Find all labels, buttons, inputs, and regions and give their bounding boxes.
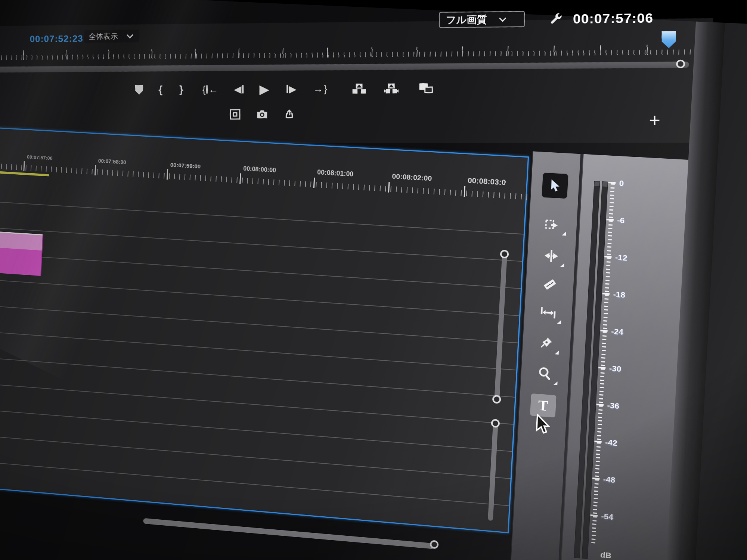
chevron-down-icon xyxy=(499,15,506,22)
tool-flyout-triangle xyxy=(560,263,564,267)
ruler-timecode-label: 00:08:01:00 xyxy=(317,168,354,178)
pen-tool-button[interactable] xyxy=(539,336,554,351)
ruler-segment: 00:07:57:00 xyxy=(23,132,96,175)
magnifier-icon xyxy=(537,365,553,381)
step-forward-button[interactable]: ▶ xyxy=(280,79,303,99)
ruler-segment: 00:08:00:00 xyxy=(239,144,315,188)
db-scale-label: -48 xyxy=(592,474,615,485)
db-scale-label: -30 xyxy=(598,363,622,374)
go-to-out-button[interactable]: → } xyxy=(309,79,332,99)
ruler-timecode-label: 00:07:57:00 xyxy=(27,154,53,161)
scrollbar-handle[interactable] xyxy=(491,419,500,428)
program-monitor-controls: 00:07:52:23 全体表示 フル画質 00:07:57:06 { } xyxy=(0,5,747,143)
db-scale-label: -24 xyxy=(600,326,623,337)
extract-button[interactable] xyxy=(380,78,403,98)
safe-margins-icon xyxy=(230,109,240,119)
ruler-segment: 00:08:02:00 xyxy=(388,152,466,197)
track-select-forward-tool-button[interactable] xyxy=(545,218,561,231)
db-scale-label: -6 xyxy=(606,215,625,225)
extract-icon xyxy=(384,83,399,95)
lift-button[interactable] xyxy=(348,79,371,99)
ruler-timecode-label: 00:08:02:00 xyxy=(392,172,432,183)
razor-icon xyxy=(542,277,558,292)
ruler-timecode-label: 00:08:00:00 xyxy=(243,165,276,174)
ripple-edit-icon xyxy=(543,249,560,263)
type-tool-button[interactable]: T xyxy=(530,393,557,418)
arrow-right-icon: → xyxy=(313,84,323,94)
zoom-level-dropdown[interactable]: 全体表示 xyxy=(84,29,139,43)
scrollbar-handle[interactable] xyxy=(492,395,501,404)
mouse-cursor-icon xyxy=(534,414,551,435)
ruler-segment: 00:07:58:00 xyxy=(94,136,168,180)
camera-icon xyxy=(256,108,268,120)
slip-icon xyxy=(540,306,557,320)
db-scale-label: -42 xyxy=(594,437,617,448)
monitor-screen: 00:07:52:23 全体表示 フル画質 00:07:57:06 { } xyxy=(0,0,747,560)
scrubber-right-knob[interactable] xyxy=(676,60,685,68)
go-to-in-button[interactable]: { ← xyxy=(199,80,221,99)
bar-icon xyxy=(242,85,244,93)
db-scale-label: -36 xyxy=(596,400,619,411)
timeline-panel[interactable]: 00:07:57:00 00:07:58:00 00:07:59:00 00:0… xyxy=(0,124,529,533)
selection-tool-button[interactable] xyxy=(541,172,569,199)
selection-arrow-icon xyxy=(547,178,563,193)
tool-flyout-triangle xyxy=(562,231,566,236)
arrow-left-icon: ← xyxy=(208,84,218,94)
step-forward-icon: ▶ xyxy=(289,84,296,94)
zoom-tool-button[interactable] xyxy=(537,365,553,381)
chevron-down-icon xyxy=(127,31,133,38)
bar-icon xyxy=(286,85,288,93)
type-tool-icon: T xyxy=(538,398,549,413)
go-to-in-icon: { xyxy=(202,85,206,94)
mark-in-button[interactable]: { xyxy=(149,80,172,99)
razor-tool-button[interactable] xyxy=(542,277,558,292)
ruler-timecode-label: 00:07:58:00 xyxy=(98,158,126,165)
bar-icon xyxy=(206,85,208,94)
step-back-icon: ◀ xyxy=(234,84,241,94)
playback-quality-dropdown[interactable]: フル画質 xyxy=(439,11,525,28)
tool-flyout-triangle xyxy=(554,381,558,385)
playback-quality-value: フル画質 xyxy=(446,13,487,27)
marker-icon xyxy=(135,85,143,95)
ruler-segment: 00:08:01:00 xyxy=(313,148,390,193)
ruler-segment: 00:07:59:00 xyxy=(167,140,242,184)
mark-in-icon: { xyxy=(158,84,162,95)
button-editor-plus-button[interactable]: + xyxy=(649,111,660,130)
tool-flyout-triangle xyxy=(555,351,559,355)
ruler-ticks xyxy=(0,160,23,170)
scrollbar-handle[interactable] xyxy=(430,540,439,549)
db-scale-label: -18 xyxy=(602,289,625,300)
comparison-view-button[interactable] xyxy=(415,78,438,98)
comparison-view-icon xyxy=(419,82,433,94)
ripple-edit-tool-button[interactable] xyxy=(543,249,560,263)
export-frame-button[interactable] xyxy=(251,105,274,124)
track-select-icon xyxy=(545,218,561,231)
mark-out-button[interactable]: } xyxy=(170,80,193,99)
play-button[interactable]: ▶ xyxy=(253,79,276,99)
db-scale-label: -54 xyxy=(590,511,613,522)
scrollbar-handle[interactable] xyxy=(500,250,509,259)
track-lanes[interactable] xyxy=(0,173,525,530)
zoom-level-value: 全体表示 xyxy=(89,31,118,41)
go-to-out-icon: } xyxy=(324,84,327,94)
tool-flyout-triangle xyxy=(557,320,561,324)
quick-export-button[interactable] xyxy=(278,105,301,124)
slip-tool-button[interactable] xyxy=(540,306,557,320)
playhead-timecode[interactable]: 00:07:52:23 xyxy=(30,33,83,44)
safe-margins-button[interactable] xyxy=(224,105,246,124)
ruler-timecode-label: 00:07:59:00 xyxy=(170,162,201,170)
graphics-clip[interactable] xyxy=(0,230,43,276)
step-back-button[interactable]: ◀ xyxy=(227,80,250,99)
share-export-icon xyxy=(283,108,295,120)
pen-icon xyxy=(539,336,554,351)
lift-icon xyxy=(352,83,366,95)
settings-wrench-icon[interactable] xyxy=(548,12,562,26)
add-marker-button[interactable] xyxy=(128,80,150,99)
db-scale-label: -12 xyxy=(604,252,628,263)
db-unit-label: dB xyxy=(600,550,611,560)
play-icon: ▶ xyxy=(259,83,269,96)
db-scale-label: 0 xyxy=(608,178,624,188)
mark-out-icon: } xyxy=(179,84,183,95)
duration-timecode: 00:07:57:06 xyxy=(573,10,653,27)
ruler-timecode-label: 00:08:03:0 xyxy=(468,176,506,187)
